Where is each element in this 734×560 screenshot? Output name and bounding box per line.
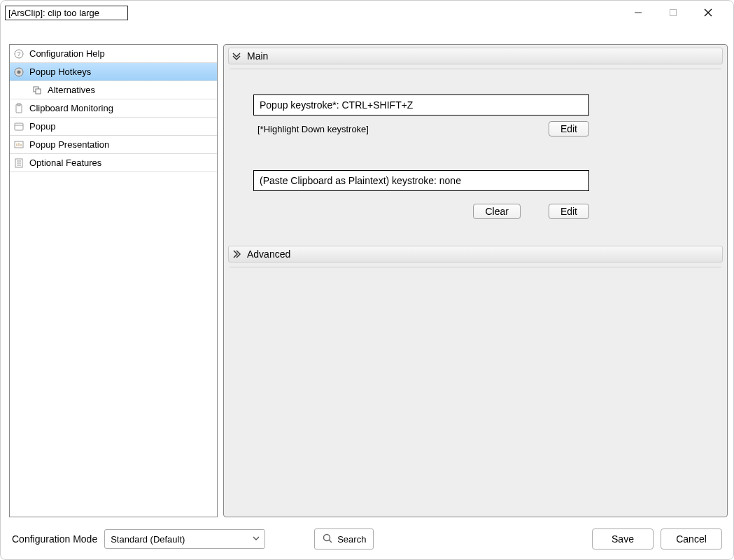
svg-line-23 [330,540,332,542]
section-header-main[interactable]: Main [228,48,723,64]
sidebar-item-popup[interactable]: Popup [10,118,217,136]
svg-text:?: ? [17,50,20,57]
paste-keystroke-field: (Paste Clipboard as Plaintext) keystroke… [253,170,589,191]
titlebar: [ArsClip]: clip too large [1,1,733,24]
edit-paste-keystroke-button[interactable]: Edit [549,204,589,219]
sidebar-item-label: Optional Features [29,158,101,168]
search-button[interactable]: Search [314,528,374,550]
cancel-button[interactable]: Cancel [661,528,722,550]
spacer [253,142,703,170]
search-icon [322,533,333,546]
alternatives-icon [31,84,43,97]
divider [230,69,721,69]
presentation-icon [13,139,25,151]
search-label: Search [337,534,366,545]
popup-keystroke-row: [*Highlight Down keystroke] Edit [253,115,589,142]
sidebar-item-config-help[interactable]: ? Configuration Help [10,45,217,63]
sidebar: ? Configuration Help Popup Hotkeys Alter… [9,44,218,517]
svg-rect-9 [36,89,41,94]
sidebar-item-optional-features[interactable]: Optional Features [10,154,217,172]
sidebar-item-label: Popup Presentation [29,139,109,150]
edit-popup-keystroke-button[interactable]: Edit [549,121,589,136]
footer: Configuration Mode Standard (Default) Se… [1,523,733,559]
features-icon [13,157,25,169]
hotkey-icon [13,66,25,78]
main-panel: Main Popup keystroke*: CTRL+SHIFT+Z [*Hi… [223,44,728,517]
config-mode-label: Configuration Mode [12,533,97,545]
sidebar-item-label: Clipboard Monitoring [29,103,113,113]
config-mode-value: Standard (Default) [111,534,185,545]
paste-keystroke-buttons: Clear Edit [253,191,589,219]
section-header-advanced[interactable]: Advanced [228,246,723,262]
svg-point-7 [17,70,21,74]
minimize-button[interactable] [624,3,652,22]
sidebar-item-popup-presentation[interactable]: Popup Presentation [10,136,217,154]
window-title: [ArsClip]: clip too large [5,6,128,20]
popup-keystroke-field: Popup keystroke*: CTRL+SHIFT+Z [253,94,589,115]
help-icon: ? [13,48,25,60]
sidebar-item-label: Alternatives [48,85,95,95]
svg-rect-12 [15,123,23,130]
clear-button[interactable]: Clear [473,204,520,219]
sidebar-item-alternatives[interactable]: Alternatives [10,81,217,99]
config-mode-combo[interactable]: Standard (Default) [104,529,265,549]
svg-rect-1 [670,10,677,16]
svg-rect-11 [17,104,20,106]
sidebar-item-label: Popup [29,121,56,132]
sidebar-item-popup-hotkeys[interactable]: Popup Hotkeys [10,63,217,81]
section-title: Advanced [247,248,290,260]
content: ? Configuration Help Popup Hotkeys Alter… [1,24,733,559]
window: [ArsClip]: clip too large ? Configuratio… [0,0,734,560]
panes: ? Configuration Help Popup Hotkeys Alter… [1,24,733,523]
svg-point-22 [324,534,330,540]
clipboard-icon [13,102,25,115]
sidebar-item-clipboard-monitoring[interactable]: Clipboard Monitoring [10,99,217,118]
chevron-right-icon [232,249,241,259]
section-body-main: Popup keystroke*: CTRL+SHIFT+Z [*Highlig… [228,74,723,233]
window-controls [624,3,731,22]
sidebar-item-label: Configuration Help [29,48,105,59]
highlight-hint: [*Highlight Down keystroke] [253,124,369,134]
divider [230,267,721,267]
section-title: Main [247,50,268,62]
maximize-button[interactable] [659,3,687,22]
spacer [228,233,723,246]
chevron-down-icon [252,534,260,545]
close-button[interactable] [694,3,722,22]
sidebar-item-label: Popup Hotkeys [29,66,91,77]
popup-icon [13,120,25,133]
save-button[interactable]: Save [592,528,654,550]
chevron-down-icon [232,51,241,61]
